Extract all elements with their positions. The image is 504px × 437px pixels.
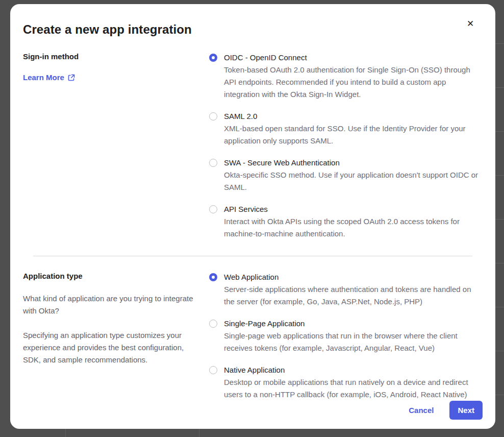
external-link-icon [68, 74, 75, 81]
application-type-question: What kind of application are you trying … [23, 293, 199, 317]
radio-button[interactable] [209, 159, 217, 167]
sign-in-method-section: Sign-in method Learn More OIDC - OpenID … [23, 52, 483, 240]
sign-in-method-heading: Sign-in method [23, 52, 209, 61]
radio-button[interactable] [209, 273, 217, 281]
radio-option-label[interactable]: Native Application [224, 365, 483, 376]
create-app-integration-dialog: ✕ Create a new app integration Sign-in m… [10, 4, 495, 429]
radio-option-label[interactable]: Single-Page Application [224, 318, 483, 329]
next-button[interactable]: Next [449, 401, 483, 420]
radio-option-description: XML-based open standard for SSO. Use if … [224, 123, 483, 147]
radio-option-description: Interact with Okta APIs using the scoped… [224, 215, 483, 240]
radio-button[interactable] [209, 54, 217, 62]
radio-button[interactable] [209, 205, 217, 213]
radio-button[interactable] [209, 320, 217, 328]
dialog-footer: Cancel Next [23, 401, 483, 420]
close-icon[interactable]: ✕ [464, 17, 477, 31]
radio-option-description: Desktop or mobile applications that run … [224, 376, 483, 401]
radio-option-description: Single-page web applications that run in… [224, 330, 483, 354]
learn-more-link[interactable]: Learn More [23, 73, 75, 82]
page-overlay-bottom [0, 429, 504, 437]
radio-option-saml[interactable]: SAML 2.0 XML-based open standard for SSO… [209, 111, 483, 147]
cancel-button[interactable]: Cancel [407, 403, 436, 418]
radio-button[interactable] [209, 366, 217, 374]
application-type-explainer: Specifying an application type customize… [23, 329, 199, 366]
radio-option-label[interactable]: API Services [224, 204, 483, 215]
section-divider [33, 256, 472, 256]
radio-option-oidc[interactable]: OIDC - OpenID Connect Token-based OAuth … [209, 52, 483, 101]
radio-option-label[interactable]: OIDC - OpenID Connect [224, 52, 483, 63]
radio-option-description: Okta-specific SSO method. Use if your ap… [224, 169, 483, 193]
radio-option-native-application[interactable]: Native Application Desktop or mobile app… [209, 365, 483, 401]
radio-option-label[interactable]: SAML 2.0 [224, 111, 483, 122]
radio-option-label[interactable]: Web Application [224, 272, 483, 283]
learn-more-label: Learn More [23, 73, 64, 82]
radio-option-description: Token-based OAuth 2.0 authentication for… [224, 64, 483, 101]
radio-option-single-page-application[interactable]: Single-Page Application Single-page web … [209, 318, 483, 354]
radio-option-swa[interactable]: SWA - Secure Web Authentication Okta-spe… [209, 157, 483, 193]
dialog-title: Create a new app integration [23, 22, 483, 37]
page-overlay-right [495, 0, 504, 437]
radio-option-description: Server-side applications where authentic… [224, 283, 483, 308]
radio-button[interactable] [209, 112, 217, 120]
background-table-line [199, 429, 199, 437]
radio-option-web-application[interactable]: Web Application Server-side applications… [209, 272, 483, 308]
application-type-section: Application type What kind of applicatio… [23, 272, 483, 401]
radio-option-label[interactable]: SWA - Secure Web Authentication [224, 157, 483, 168]
application-type-heading: Application type [23, 272, 209, 280]
radio-option-api-services[interactable]: API Services Interact with Okta APIs usi… [209, 204, 483, 240]
background-table-line [65, 429, 66, 437]
